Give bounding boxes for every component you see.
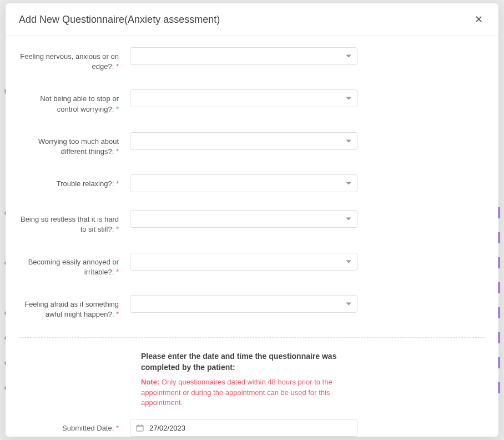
chevron-down-icon (346, 302, 351, 305)
question-label: Not being able to stop or control worryi… (19, 89, 130, 114)
chevron-down-icon (346, 218, 351, 221)
section-divider (19, 337, 485, 338)
chevron-down-icon (346, 139, 351, 142)
question-select-3[interactable] (130, 132, 357, 150)
modal-header: Add New Questionnaire(Anxiety assessment… (6, 3, 498, 36)
question-label: Feeling nervous, anxious or on edge?: * (19, 47, 130, 72)
chevron-down-icon (346, 97, 351, 100)
question-select-7[interactable] (130, 295, 357, 313)
date-info-heading: Please enter the date and time the quest… (141, 351, 369, 373)
chevron-down-icon (346, 55, 351, 58)
question-label: Trouble relaxing?: * (19, 174, 130, 189)
close-button[interactable]: ✕ (472, 12, 485, 27)
question-select-6[interactable] (130, 253, 357, 271)
chevron-down-icon (346, 182, 351, 185)
question-row: Feeling nervous, anxious or on edge?: * (19, 47, 485, 72)
question-select-4[interactable] (130, 174, 357, 192)
submitted-date-row: Submitted Date: * 27/02/2023 (19, 419, 485, 437)
svg-rect-0 (137, 426, 143, 432)
question-label: Being so restless that it is hard to sit… (19, 210, 130, 234)
question-row: Not being able to stop or control worryi… (19, 89, 485, 114)
calendar-icon (136, 424, 144, 432)
date-info-note: Note: Only questionnaires dated within 4… (141, 377, 369, 408)
question-row: Trouble relaxing?: * (19, 174, 485, 192)
chevron-down-icon (346, 260, 351, 263)
submitted-date-label: Submitted Date: * (19, 419, 130, 433)
question-select-2[interactable] (130, 89, 357, 107)
question-row: Feeling afraid as if something awful mig… (19, 295, 485, 319)
modal-body: Feeling nervous, anxious or on edge?: * … (6, 36, 498, 437)
submitted-date-input[interactable]: 27/02/2023 (130, 419, 357, 437)
modal-dialog: Add New Questionnaire(Anxiety assessment… (6, 3, 498, 437)
question-row: Being so restless that it is hard to sit… (19, 210, 485, 234)
date-info-section: Please enter the date and time the quest… (141, 351, 369, 408)
question-select-5[interactable] (130, 210, 357, 228)
question-label: Becoming easily annoyed or irritable?: * (19, 253, 130, 277)
question-label: Feeling afraid as if something awful mig… (19, 295, 130, 319)
question-row: Worrying too much about different things… (19, 132, 485, 157)
modal-title: Add New Questionnaire(Anxiety assessment… (19, 14, 220, 26)
question-select-1[interactable] (130, 47, 357, 65)
question-row: Becoming easily annoyed or irritable?: * (19, 253, 485, 277)
date-value: 27/02/2023 (149, 424, 185, 432)
close-icon: ✕ (475, 14, 483, 25)
question-label: Worrying too much about different things… (19, 132, 130, 157)
